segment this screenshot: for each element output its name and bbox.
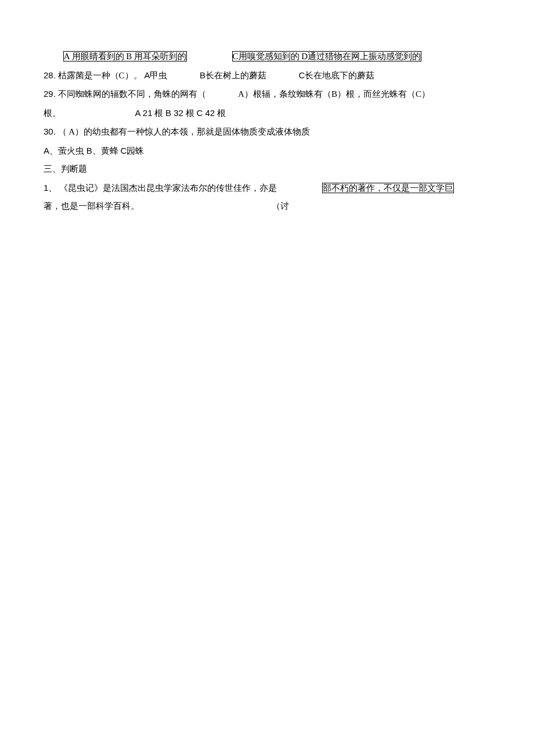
- boxed-options-1: A 用眼睛看到的 B 用耳朵听到的: [63, 51, 187, 62]
- jq1-number: 1、: [44, 183, 57, 193]
- jq1-paren: （讨: [272, 201, 289, 211]
- line-options-boxed: A 用眼睛看到的 B 用耳朵听到的 C用嗅觉感知到的 D通过猎物在网上振动感觉到…: [44, 48, 490, 66]
- question-29: 29. 不同蜘蛛网的辐数不同，角蛛的网有（ A）根辐，条纹蜘蛛有（B）根，而丝光…: [44, 85, 490, 104]
- q28-optB: B长在树上的蘑菇: [200, 71, 266, 80]
- q28-optA: A甲虫: [144, 71, 167, 80]
- q29-options: A 21 根 B 32 根 C 42 根: [135, 108, 226, 118]
- q28-optC: C长在地底下的蘑菇: [298, 71, 374, 80]
- jq1-text2: 著，也是一部科学百科。: [44, 201, 139, 211]
- question-29-line2: 根。 A 21 根 B 32 根 C 42 根: [44, 104, 490, 123]
- q30-opts: A、萤火虫 B、黄蜂 C园蛛: [44, 146, 144, 155]
- judge-q1: 1、 《昆虫记》是法国杰出昆虫学家法布尔的传世佳作，亦是 部不朽的著作，不仅是一…: [44, 179, 490, 198]
- q28-text: 枯露菌是一种（C）。: [58, 71, 142, 80]
- boxed-options-2: C用嗅觉感知到的 D通过猎物在网上振动感觉到的: [232, 51, 422, 62]
- jq1-boxed: 部不朽的著作，不仅是一部文学巨: [322, 183, 454, 193]
- q29-text1: 不同蜘蛛网的辐数不同，角蛛的网有（: [58, 89, 206, 99]
- jq1-text1: 《昆虫记》是法国杰出昆虫学家法布尔的传世佳作，亦是: [59, 183, 277, 193]
- q30-number: 30.: [44, 126, 56, 136]
- question-30-options: A、萤火虫 B、黄蜂 C园蛛: [44, 142, 490, 161]
- question-30: 30. （ A）的幼虫都有一种惊人的本领，那就是固体物质变成液体物质: [44, 122, 490, 142]
- judge-q1-line2: 著，也是一部科学百科。 （讨: [44, 197, 490, 216]
- q29-number: 29.: [44, 89, 56, 99]
- q28-number: 28.: [44, 70, 56, 80]
- section-heading: 三、判断题: [44, 160, 490, 179]
- q30-text: （ A）的幼虫都有一种惊人的本领，那就是固体物质变成液体物质: [58, 127, 311, 136]
- section-3-title: 三、判断题: [44, 164, 87, 173]
- question-28: 28. 枯露菌是一种（C）。 A甲虫 B长在树上的蘑菇 C长在地底下的蘑菇: [44, 66, 490, 85]
- q29-text2: A）根辐，条纹蜘蛛有（B）根，而丝光蛛有（C）: [238, 89, 430, 99]
- q29-text3: 根。: [44, 108, 61, 118]
